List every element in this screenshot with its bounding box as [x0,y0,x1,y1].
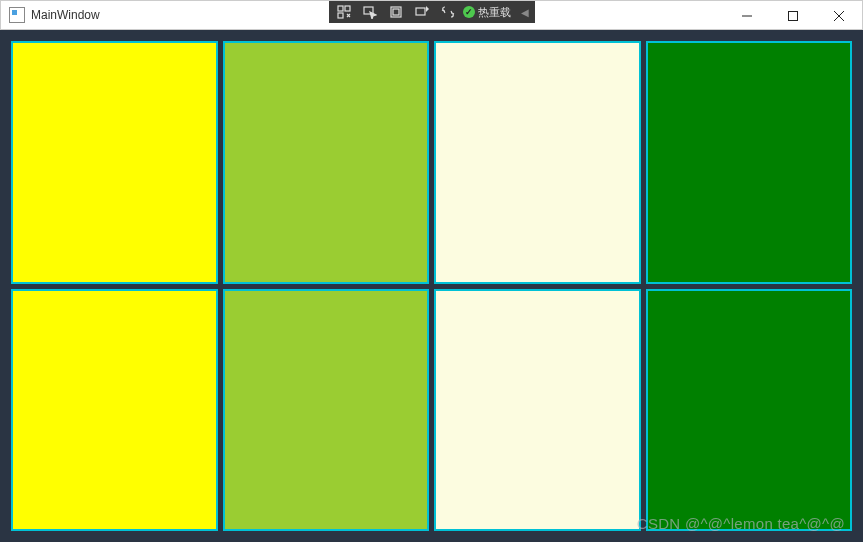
svg-rect-1 [345,6,350,11]
watermark: CSDN @^@^lemon tea^@^@ [637,515,845,532]
client-area [0,30,863,542]
grid-cell-0 [11,41,218,284]
svg-rect-0 [338,6,343,11]
hot-reload-label: 热重载 [478,5,511,20]
grid-cell-2 [434,41,641,284]
window-controls [724,1,862,31]
grid-cell-6 [434,289,641,532]
chevron-left-icon[interactable]: ◀ [517,7,533,18]
titlebar: MainWindow [0,0,863,30]
svg-rect-2 [338,13,343,18]
app-icon [9,7,25,23]
maximize-button[interactable] [770,1,816,30]
select-element-icon[interactable] [357,2,383,22]
minimize-button[interactable] [724,1,770,30]
grid-cell-5 [223,289,430,532]
svg-rect-6 [416,8,425,15]
live-visual-tree-icon[interactable] [331,2,357,22]
check-icon: ✓ [463,6,475,18]
grid-cell-1 [223,41,430,284]
svg-rect-5 [393,9,399,15]
svg-rect-8 [789,11,798,20]
window-title: MainWindow [31,8,100,22]
debug-toolbar: ✓ 热重载 ◀ [329,1,535,23]
grid-cell-3 [646,41,853,284]
toggle-icon[interactable] [435,2,461,22]
track-focus-icon[interactable] [409,2,435,22]
hot-reload-button[interactable]: ✓ 热重载 [461,5,517,20]
close-button[interactable] [816,1,862,30]
grid-cell-7 [646,289,853,532]
display-layout-icon[interactable] [383,2,409,22]
grid-cell-4 [11,289,218,532]
